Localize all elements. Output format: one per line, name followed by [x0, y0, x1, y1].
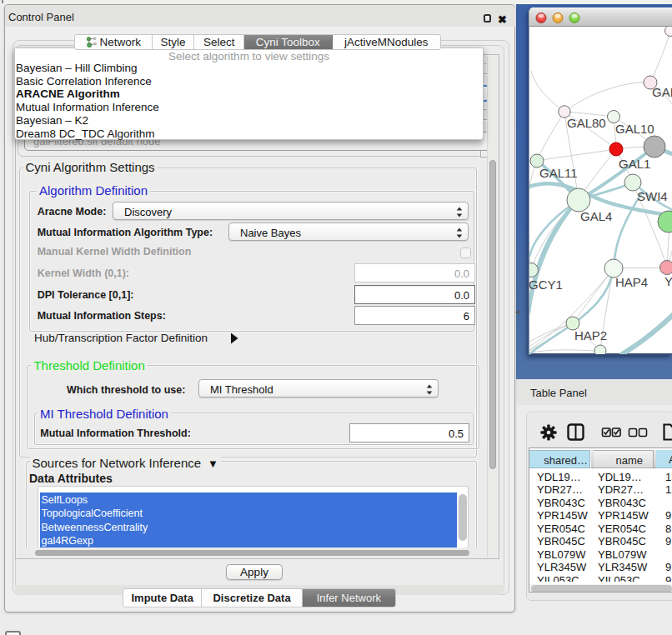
svg-text:SWI4: SWI4 — [637, 189, 668, 203]
svg-text:GAL4: GAL4 — [580, 209, 612, 223]
svg-text:GAL11: GAL11 — [539, 166, 578, 180]
svg-text:GAL: GAL — [652, 85, 672, 99]
svg-text:GCY1: GCY1 — [529, 278, 563, 292]
svg-text:HAP4: HAP4 — [615, 275, 648, 289]
svg-text:GAL10: GAL10 — [615, 122, 654, 136]
svg-text:GAL80: GAL80 — [567, 116, 606, 130]
svg-text:GAL1: GAL1 — [619, 157, 650, 171]
svg-text:Y: Y — [664, 274, 672, 288]
svg-text:HAP2: HAP2 — [574, 328, 607, 342]
